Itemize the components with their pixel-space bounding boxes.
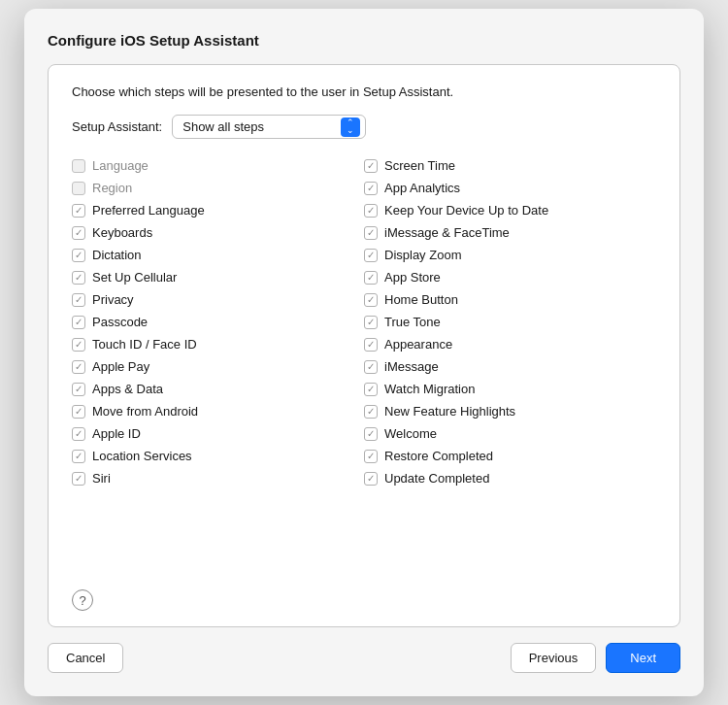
checkbox-label-apps-data: Apps & Data (92, 382, 163, 396)
setup-assistant-select[interactable]: Show all steps Hide all steps Custom (172, 115, 366, 139)
dialog-body: Choose which steps will be presented to … (48, 64, 680, 627)
checkbox-keep-device-up-to-date[interactable] (364, 204, 378, 218)
checkbox-language[interactable] (72, 159, 85, 173)
checkboxes-left-col: LanguageRegionPreferred LanguageKeyboard… (72, 154, 364, 578)
checkbox-item-home-button[interactable]: Home Button (364, 288, 656, 311)
checkbox-watch-migration[interactable] (364, 383, 378, 396)
checkbox-apple-id[interactable] (72, 427, 85, 441)
checkbox-item-apps-data[interactable]: Apps & Data (72, 378, 364, 400)
checkbox-move-from-android[interactable] (72, 405, 85, 419)
checkbox-item-true-tone[interactable]: True Tone (364, 311, 656, 333)
checkbox-app-analytics[interactable] (364, 182, 378, 195)
setup-select-wrapper: Show all steps Hide all steps Custom (172, 115, 366, 139)
checkbox-screen-time[interactable] (364, 159, 378, 173)
checkbox-label-location-services: Location Services (92, 449, 192, 463)
checkbox-keyboards[interactable] (72, 226, 85, 240)
dialog-description: Choose which steps will be presented to … (72, 84, 656, 99)
checkbox-item-apple-pay[interactable]: Apple Pay (72, 355, 364, 378)
checkbox-app-store[interactable] (364, 271, 378, 285)
checkbox-item-keyboards[interactable]: Keyboards (72, 221, 364, 244)
checkbox-label-dictation: Dictation (92, 248, 142, 262)
previous-button[interactable]: Previous (511, 643, 597, 673)
checkbox-label-touch-id-face-id: Touch ID / Face ID (92, 337, 197, 352)
dialog-title: Configure iOS Setup Assistant (48, 32, 680, 49)
checkbox-item-new-feature-highlights[interactable]: New Feature Highlights (364, 400, 656, 422)
checkbox-label-set-up-cellular: Set Up Cellular (92, 270, 177, 285)
checkbox-label-apple-id: Apple ID (92, 426, 141, 441)
checkbox-preferred-language[interactable] (72, 204, 85, 218)
checkbox-item-keep-device-up-to-date[interactable]: Keep Your Device Up to Date (364, 199, 656, 221)
checkbox-item-preferred-language[interactable]: Preferred Language (72, 199, 364, 221)
checkbox-label-home-button: Home Button (384, 292, 458, 307)
checkbox-item-watch-migration[interactable]: Watch Migration (364, 378, 656, 400)
checkbox-item-screen-time[interactable]: Screen Time (364, 154, 656, 177)
checkbox-apps-data[interactable] (72, 383, 85, 396)
checkbox-new-feature-highlights[interactable] (364, 405, 378, 419)
checkbox-label-move-from-android: Move from Android (92, 404, 198, 419)
checkbox-display-zoom[interactable] (364, 249, 378, 262)
checkbox-item-restore-completed[interactable]: Restore Completed (364, 445, 656, 467)
checkbox-item-imessage[interactable]: iMessage (364, 355, 656, 378)
help-row: ? (72, 589, 656, 611)
checkbox-label-welcome: Welcome (384, 426, 437, 441)
checkboxes-grid: LanguageRegionPreferred LanguageKeyboard… (72, 154, 656, 578)
checkbox-item-app-analytics[interactable]: App Analytics (364, 177, 656, 199)
checkbox-item-set-up-cellular[interactable]: Set Up Cellular (72, 266, 364, 288)
checkbox-update-completed[interactable] (364, 472, 378, 486)
checkbox-label-restore-completed: Restore Completed (384, 449, 493, 463)
checkbox-label-imessage-facetime: iMessage & FaceTime (384, 225, 510, 240)
checkbox-item-dictation[interactable]: Dictation (72, 244, 364, 266)
checkbox-item-move-from-android[interactable]: Move from Android (72, 400, 364, 422)
checkbox-item-welcome[interactable]: Welcome (364, 422, 656, 445)
checkbox-region[interactable] (72, 182, 85, 195)
checkbox-location-services[interactable] (72, 450, 85, 463)
checkbox-item-imessage-facetime[interactable]: iMessage & FaceTime (364, 221, 656, 244)
checkbox-passcode[interactable] (72, 316, 85, 329)
checkbox-item-app-store[interactable]: App Store (364, 266, 656, 288)
next-button[interactable]: Next (606, 643, 680, 673)
checkbox-appearance[interactable] (364, 338, 378, 352)
checkbox-welcome[interactable] (364, 427, 378, 441)
checkbox-item-language[interactable]: Language (72, 154, 364, 177)
checkbox-set-up-cellular[interactable] (72, 271, 85, 285)
checkbox-apple-pay[interactable] (72, 360, 85, 374)
checkbox-label-new-feature-highlights: New Feature Highlights (384, 404, 515, 419)
checkbox-item-appearance[interactable]: Appearance (364, 333, 656, 355)
setup-assistant-row: Setup Assistant: Show all steps Hide all… (72, 115, 656, 139)
checkbox-label-app-store: App Store (384, 270, 441, 285)
setup-assistant-label: Setup Assistant: (72, 119, 162, 134)
checkbox-siri[interactable] (72, 472, 85, 486)
checkbox-label-watch-migration: Watch Migration (384, 382, 475, 396)
checkbox-item-region[interactable]: Region (72, 177, 364, 199)
checkbox-item-siri[interactable]: Siri (72, 467, 364, 489)
checkbox-label-app-analytics: App Analytics (384, 181, 460, 195)
checkbox-label-screen-time: Screen Time (384, 158, 455, 173)
checkbox-home-button[interactable] (364, 293, 378, 307)
checkbox-imessage[interactable] (364, 360, 378, 374)
checkbox-privacy[interactable] (72, 293, 85, 307)
checkbox-label-preferred-language: Preferred Language (92, 203, 205, 218)
checkbox-label-siri: Siri (92, 471, 111, 486)
checkbox-item-apple-id[interactable]: Apple ID (72, 422, 364, 445)
cancel-button[interactable]: Cancel (48, 643, 123, 673)
checkbox-label-keep-device-up-to-date: Keep Your Device Up to Date (384, 203, 548, 218)
footer-right: Previous Next (511, 643, 680, 673)
checkbox-restore-completed[interactable] (364, 450, 378, 463)
checkbox-label-imessage: iMessage (384, 359, 439, 374)
checkbox-item-privacy[interactable]: Privacy (72, 288, 364, 311)
checkbox-label-language: Language (92, 158, 149, 173)
checkbox-item-location-services[interactable]: Location Services (72, 445, 364, 467)
checkbox-item-display-zoom[interactable]: Display Zoom (364, 244, 656, 266)
checkbox-dictation[interactable] (72, 249, 85, 262)
help-button[interactable]: ? (72, 589, 93, 611)
checkbox-true-tone[interactable] (364, 316, 378, 329)
checkbox-label-keyboards: Keyboards (92, 225, 152, 240)
checkbox-label-true-tone: True Tone (384, 315, 441, 329)
checkbox-item-update-completed[interactable]: Update Completed (364, 467, 656, 489)
checkbox-imessage-facetime[interactable] (364, 226, 378, 240)
configure-dialog: Configure iOS Setup Assistant Choose whi… (24, 9, 704, 696)
checkbox-item-passcode[interactable]: Passcode (72, 311, 364, 333)
checkbox-item-touch-id-face-id[interactable]: Touch ID / Face ID (72, 333, 364, 355)
checkbox-label-update-completed: Update Completed (384, 471, 489, 486)
checkbox-touch-id-face-id[interactable] (72, 338, 85, 352)
